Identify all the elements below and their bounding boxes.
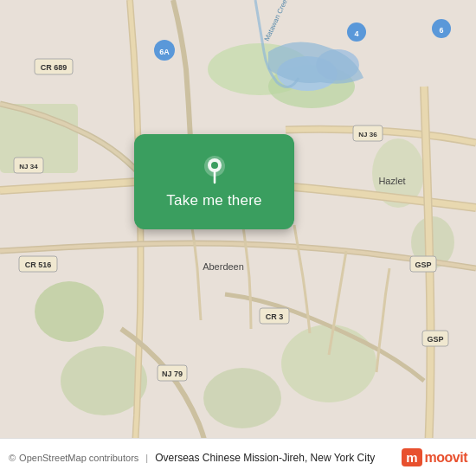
- svg-text:CR 516: CR 516: [25, 261, 52, 269]
- svg-text:GSP: GSP: [415, 261, 431, 269]
- moovit-logo-text: moovit: [425, 450, 467, 466]
- svg-text:6: 6: [439, 26, 443, 35]
- moovit-m-badge: m: [402, 448, 421, 466]
- location-pin-icon: [199, 154, 230, 185]
- svg-text:6A: 6A: [159, 48, 170, 56]
- bottom-bar: © OpenStreetMap contributors | Overseas …: [0, 438, 476, 476]
- action-card[interactable]: Take me there: [134, 134, 294, 229]
- svg-point-6: [281, 325, 376, 402]
- svg-point-7: [203, 368, 281, 428]
- map-background: CR 689 6A 4 6 NJ 34 NJ 36 Hazlet CR 516 …: [0, 0, 476, 476]
- svg-text:NJ 34: NJ 34: [19, 163, 38, 170]
- svg-text:CR 3: CR 3: [266, 312, 284, 321]
- svg-text:4: 4: [354, 29, 358, 38]
- svg-point-39: [211, 162, 218, 169]
- svg-text:NJ 36: NJ 36: [358, 131, 377, 138]
- copyright-symbol: ©: [9, 453, 16, 463]
- separator: |: [145, 453, 148, 463]
- svg-text:GSP: GSP: [427, 335, 443, 344]
- svg-text:Hazlet: Hazlet: [378, 176, 405, 186]
- svg-text:Aberdeen: Aberdeen: [203, 261, 244, 272]
- moovit-logo: m moovit: [402, 448, 467, 466]
- take-me-there-label: Take me there: [166, 192, 261, 209]
- location-name: Overseas Chinese Mission-Jireh, New York…: [155, 452, 375, 464]
- svg-text:NJ 79: NJ 79: [162, 370, 183, 378]
- svg-point-4: [35, 281, 104, 342]
- copyright-text: OpenStreetMap contributors: [19, 453, 138, 463]
- map-container: CR 689 6A 4 6 NJ 34 NJ 36 Hazlet CR 516 …: [0, 0, 476, 476]
- svg-text:CR 689: CR 689: [41, 63, 68, 72]
